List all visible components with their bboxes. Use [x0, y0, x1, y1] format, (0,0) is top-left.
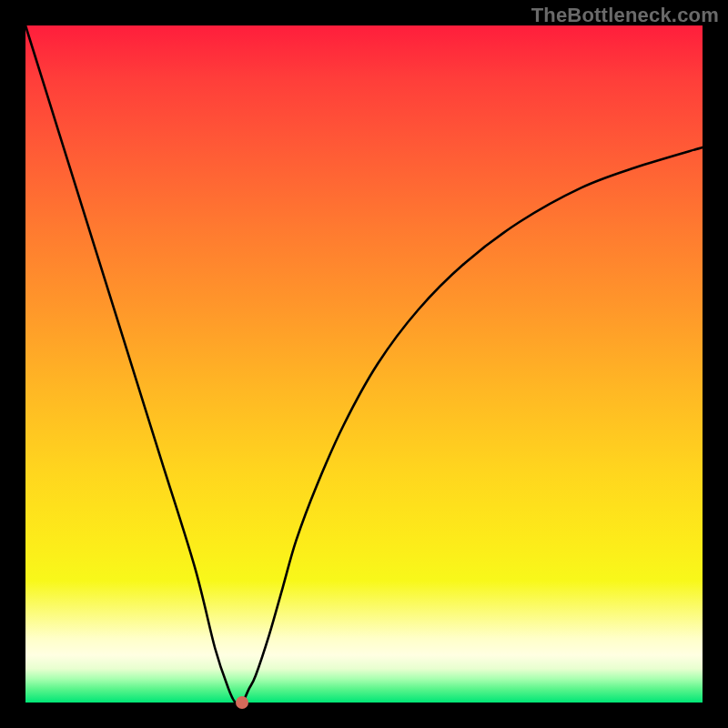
chart-frame: TheBottleneck.com: [0, 0, 728, 728]
plot-area: [25, 25, 703, 703]
watermark-text: TheBottleneck.com: [531, 4, 719, 27]
curve-svg: [25, 25, 703, 703]
bottleneck-curve: [25, 25, 703, 704]
optimal-point-marker: [236, 696, 248, 709]
